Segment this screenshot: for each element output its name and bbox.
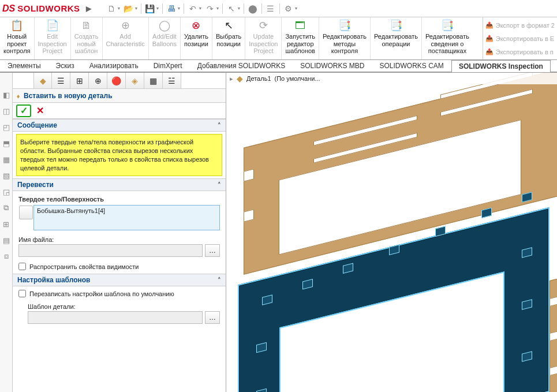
- ribbon-edit-project[interactable]: 📄Edit Inspection Project: [35, 17, 71, 59]
- template-browse-button[interactable]: …: [205, 311, 220, 324]
- quick-access-toolbar: 🗋▾ 📂▾ 💾▾ 🖶▾ ↶▾ ↷▾ ↖▾ ⬤ ☰ ⚙▾: [105, 2, 298, 15]
- suppliers-icon: 📑: [440, 18, 454, 32]
- breadcrumb-arrow-icon[interactable]: ▸: [230, 75, 233, 83]
- tab-inspection[interactable]: SOLIDWORKS Inspection: [451, 60, 551, 72]
- ribbon-new-template[interactable]: 🗎Создать новый шаблон: [71, 17, 103, 59]
- browse-button[interactable]: …: [205, 244, 220, 257]
- edit-icon: 📄: [46, 18, 59, 32]
- propagate-checkbox[interactable]: Распространить свойства видимости: [18, 263, 220, 270]
- ribbon-add-balloons[interactable]: ◯Add/Edit Balloons: [149, 17, 181, 59]
- ribbon-add-characteristic[interactable]: ⊕Add Characteristic: [103, 17, 149, 59]
- pm-tab-appearance[interactable]: 🔴: [107, 73, 126, 88]
- breadcrumb-config[interactable]: (По умолчани...: [275, 75, 320, 82]
- sidebar-ic-1[interactable]: ◧: [2, 90, 11, 99]
- ribbon-edit-suppliers[interactable]: 📑Редактировать сведения о поставщиках: [422, 17, 473, 59]
- section-templates-body: Перезаписать настройки шаблона по умолча…: [13, 286, 226, 327]
- sidebar-ic-10[interactable]: ▤: [2, 236, 11, 245]
- filename-label: Имя файла:: [18, 236, 220, 243]
- export-icon: 📤: [485, 21, 494, 29]
- export-format-2[interactable]: 📤Экспорт в формат 2: [485, 21, 555, 29]
- ribbon-select-positions[interactable]: ↖Выбрать позиции: [212, 17, 245, 59]
- pm-tab-config[interactable]: ☰: [52, 73, 70, 88]
- breadcrumb-part[interactable]: Деталь1: [246, 75, 271, 82]
- settings-icon[interactable]: ⚙: [282, 2, 295, 15]
- pm-tab-tree[interactable]: ◈: [126, 73, 144, 88]
- overwrite-checkbox-input[interactable]: [18, 290, 26, 297]
- editor-icon: 🗔: [293, 18, 307, 32]
- pm-tab-feature[interactable]: ◆: [33, 73, 52, 88]
- property-manager: ◆ ☰ ⊞ ⊕ 🔴 ◈ ▦ ☱ ⬧ Вставить в новую детал…: [13, 73, 226, 392]
- balloons-icon: ◯: [158, 18, 171, 32]
- filename-input[interactable]: [18, 244, 203, 257]
- logo-expand-icon[interactable]: ▶: [86, 5, 91, 13]
- tab-features[interactable]: Элементы: [0, 59, 48, 72]
- print-icon[interactable]: 🖶: [165, 2, 178, 15]
- pm-tab-extra[interactable]: ☱: [163, 73, 181, 88]
- characteristic-icon: ⊕: [118, 18, 132, 32]
- new-icon[interactable]: 🗋: [105, 2, 118, 15]
- options-list-icon[interactable]: ☰: [264, 2, 277, 15]
- export-icon: 📤: [485, 48, 494, 55]
- tab-cam[interactable]: SOLIDWORKS CAM: [372, 59, 451, 72]
- ribbon-edit-operations[interactable]: 📑Редактировать операции: [371, 17, 422, 59]
- transfer-sublabel: Твердое тело/Поверхность: [18, 196, 220, 203]
- pm-tab-display[interactable]: ⊞: [70, 73, 89, 88]
- part-template-label: Шаблон детали:: [28, 303, 220, 310]
- overwrite-checkbox[interactable]: Перезаписать настройки шаблона по умолча…: [18, 290, 220, 297]
- sidebar-ic-4[interactable]: ⬒: [2, 139, 11, 148]
- tab-evaluate[interactable]: Анализировать: [82, 59, 146, 72]
- tab-sketch[interactable]: Эскиз: [48, 59, 82, 72]
- sidebar-ic-3[interactable]: ◰: [2, 122, 11, 132]
- undo-icon[interactable]: ↶: [186, 2, 199, 15]
- ribbon-edit-methods[interactable]: 📑Редактировать методы контроля: [319, 17, 371, 59]
- chevron-up-icon: ˄: [218, 181, 221, 189]
- sidebar-ic-2[interactable]: ◫: [2, 106, 11, 115]
- sidebar-ic-5[interactable]: ▦: [2, 155, 11, 164]
- methods-icon: 📑: [338, 18, 352, 32]
- propagate-checkbox-input[interactable]: [18, 263, 26, 270]
- section-templates-header[interactable]: Настройка шаблонов ˄: [13, 274, 226, 286]
- section-message-header[interactable]: Сообщение ˄: [13, 119, 226, 132]
- cancel-button[interactable]: ✕: [33, 104, 46, 117]
- ribbon-new-project[interactable]: 📋Новый проект контроля: [0, 17, 35, 59]
- select-icon[interactable]: ↖: [225, 2, 238, 15]
- redo-icon[interactable]: ↷: [204, 2, 216, 15]
- tab-addins[interactable]: Добавления SOLIDWORKS: [190, 59, 293, 72]
- main-area: ◧ ◫ ◰ ⬒ ▦ ▧ ◲ ⧉ ⊞ ▤ ⧈ ◆ ☰ ⊞ ⊕ 🔴 ◈ ▦ ☱ ⬧ …: [0, 73, 557, 392]
- clipboard-icon: 📋: [10, 18, 24, 32]
- ribbon-update-project[interactable]: ⟳Update Inspection Project: [245, 17, 282, 59]
- ribbon-launch-editor[interactable]: 🗔Запустить редактор шаблонов: [282, 17, 319, 59]
- 3d-scene[interactable]: [226, 73, 557, 392]
- pm-tab-sheet[interactable]: ▦: [144, 73, 163, 88]
- ok-button[interactable]: ✓: [16, 104, 31, 117]
- section-transfer-header[interactable]: Перевести ˄: [13, 178, 226, 191]
- chevron-up-icon: ˄: [218, 122, 221, 129]
- template-icon: 🗎: [80, 18, 94, 32]
- sidebar-ic-6[interactable]: ▧: [2, 171, 11, 180]
- title-bar: DS SOLIDWORKS ▶ 🗋▾ 📂▾ 💾▾ 🖶▾ ↶▾ ↷▾ ↖▾ ⬤ ☰…: [0, 0, 557, 17]
- ribbon-delete-positions[interactable]: ⊗Удалить позиции: [181, 17, 212, 59]
- sidebar-ic-8[interactable]: ⧉: [2, 203, 11, 212]
- rebuild-icon[interactable]: ⬤: [246, 2, 259, 15]
- sidebar-ic-7[interactable]: ◲: [2, 187, 11, 196]
- tab-dimxpert[interactable]: DimXpert: [146, 59, 190, 72]
- sidebar-ic-9[interactable]: ⊞: [2, 219, 11, 229]
- tab-mbd[interactable]: SOLIDWORKS MBD: [293, 59, 372, 72]
- pm-ok-cancel: ✓ ✕: [13, 103, 226, 119]
- message-text: Выберите твердые тела/тела поверхности и…: [16, 134, 222, 176]
- selection-listbox[interactable]: Бобышка-Вытянуть1[4]: [33, 205, 220, 230]
- logo-ds: DS: [2, 3, 15, 14]
- pm-tab-icons: ◆ ☰ ⊞ ⊕ 🔴 ◈ ▦ ☱: [13, 73, 226, 89]
- template-input[interactable]: [28, 311, 203, 324]
- export-e[interactable]: 📤Экспортировать в E: [485, 35, 555, 42]
- save-icon[interactable]: 💾: [144, 2, 156, 15]
- left-sidebar: ◧ ◫ ◰ ⬒ ▦ ▧ ◲ ⧉ ⊞ ▤ ⧈: [0, 73, 13, 392]
- pm-tab-target[interactable]: ⊕: [89, 73, 107, 88]
- ribbon: 📋Новый проект контроля 📄Edit Inspection …: [0, 17, 557, 60]
- open-icon[interactable]: 📂: [122, 2, 135, 15]
- command-tabs: Элементы Эскиз Анализировать DimXpert До…: [0, 60, 557, 73]
- graphics-area[interactable]: ▸ ◆ Деталь1 (По умолчани...: [226, 73, 557, 392]
- breadcrumb: ▸ ◆ Деталь1 (По умолчани...: [226, 73, 557, 84]
- sidebar-ic-11[interactable]: ⧈: [2, 252, 11, 261]
- export-p[interactable]: 📤Экспортировать в п: [485, 48, 555, 55]
